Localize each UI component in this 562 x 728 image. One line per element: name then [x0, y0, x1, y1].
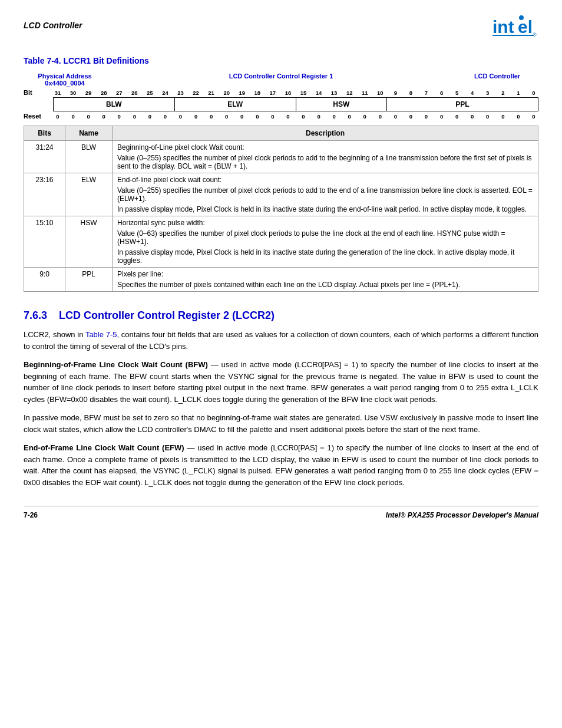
bit-label: Bit	[24, 89, 53, 96]
bits-elw: 23:16	[24, 173, 65, 216]
name-elw: ELW	[65, 173, 113, 216]
intel-logo: int el ®	[491, 12, 538, 38]
col-header-bits: Bits	[24, 126, 65, 141]
reset-row: Reset 0 0 0 0 0 0 0 0 0 0 0 0 0 0 0 0 0 …	[24, 113, 538, 120]
table-7-5-link[interactable]: Table 7-5	[85, 330, 117, 339]
table-row: 15:10 HSW Horizontal sync pulse width: V…	[24, 216, 538, 268]
table-title: Table 7-4. LCCR1 Bit Definitions	[24, 56, 538, 65]
page-footer: 7-26 Intel® PXA255 Processor Developer's…	[24, 506, 538, 519]
col-header-desc: Description	[113, 126, 538, 141]
desc-hsw-line1: Horizontal sync pulse width:	[117, 219, 533, 227]
reset-values: 0 0 0 0 0 0 0 0 0 0 0 0 0 0 0 0 0 0 0 0 …	[53, 113, 538, 120]
desc-elw-line1: End-of-line pixel clock wait count:	[117, 176, 533, 184]
field-groups-row: BLW ELW HSW PPL	[53, 97, 538, 111]
svg-text:el: el	[518, 17, 533, 37]
intel-logo-svg: int el ®	[491, 12, 538, 38]
reset-label: Reset	[24, 113, 53, 120]
header-title: LCD Controller	[24, 21, 82, 30]
desc-hsw: Horizontal sync pulse width: Value (0–63…	[113, 216, 538, 268]
phys-addr-header: Physical Address 0x4400_0004	[24, 73, 106, 87]
name-blw: BLW	[65, 141, 113, 173]
bit-numbers-row: Bit 31 30 29 28 27 26 25 24 23 22 21 20 …	[24, 89, 538, 96]
page-header: LCD Controller int el ®	[24, 12, 538, 38]
footer-manual-title: Intel® PXA255 Processor Developer's Manu…	[386, 511, 538, 519]
svg-text:int: int	[492, 17, 514, 37]
bits-hsw: 15:10	[24, 216, 65, 268]
bfw-bold: Beginning-of-Frame Line Clock Wait Count…	[24, 360, 208, 369]
bits-ppl: 9:0	[24, 268, 65, 292]
table-section: Table 7-4. LCCR1 Bit Definitions Physica…	[24, 56, 538, 292]
bits-blw: 31:24	[24, 141, 65, 173]
desc-hsw-line3: In passive display mode, Pixel Clock is …	[117, 248, 533, 265]
table-row: 23:16 ELW End-of-line pixel clock wait c…	[24, 173, 538, 216]
section-para-bfw: Beginning-of-Frame Line Clock Wait Count…	[24, 359, 538, 405]
field-elw: ELW	[175, 98, 296, 111]
field-blw: BLW	[54, 98, 175, 111]
bit-numbers: 31 30 29 28 27 26 25 24 23 22 21 20 19 1…	[53, 90, 538, 96]
col-header-name: Name	[65, 126, 113, 141]
section-para-passive: In passive mode, BFW must be set to zero…	[24, 412, 538, 435]
desc-blw-line2: Value (0–255) specifies the number of pi…	[117, 154, 533, 170]
section-763: 7.6.3 LCD Controller Control Register 2 …	[24, 309, 538, 488]
field-ppl: PPL	[387, 98, 538, 111]
table-row: 9:0 PPL Pixels per line: Specifies the n…	[24, 268, 538, 292]
desc-elw: End-of-line pixel clock wait count: Valu…	[113, 173, 538, 216]
section-para-1: LCCR2, shown in Table 7-5, contains four…	[24, 329, 538, 352]
desc-ppl-line2: Specifies the number of pixels contained…	[117, 281, 533, 289]
table-header-row: Bits Name Description	[24, 126, 538, 141]
name-hsw: HSW	[65, 216, 113, 268]
name-ppl: PPL	[65, 268, 113, 292]
desc-hsw-line2: Value (0–63) specifies the number of pix…	[117, 229, 533, 246]
desc-blw: Beginning-of-Line pixel clock Wait count…	[113, 141, 538, 173]
register-header: Physical Address 0x4400_0004 LCD Control…	[24, 73, 538, 87]
desc-ppl-line1: Pixels per line:	[117, 270, 533, 278]
desc-elw-line3: In passive display mode, Pixel Clock is …	[117, 205, 533, 213]
section-para-efw: End-of-Frame Line Clock Wait Count (EFW)…	[24, 442, 538, 488]
efw-bold: End-of-Frame Line Clock Wait Count (EFW)	[24, 443, 184, 452]
section-number: 7.6.3	[24, 309, 47, 321]
desc-blw-line1: Beginning-of-Line pixel clock Wait count…	[117, 143, 533, 151]
table-row: 31:24 BLW Beginning-of-Line pixel clock …	[24, 141, 538, 173]
svg-point-2	[519, 15, 524, 20]
section-title: LCD Controller Control Register 2 (LCCR2…	[59, 309, 275, 321]
ctrl-reg-header: LCD Controller Control Register 1	[106, 73, 456, 80]
field-hsw: HSW	[296, 98, 388, 111]
definition-table: Bits Name Description 31:24 BLW Beginnin…	[24, 126, 538, 292]
lcd-ctrl-header: LCD Controller	[456, 73, 538, 80]
section-heading: 7.6.3 LCD Controller Control Register 2 …	[24, 309, 538, 322]
footer-page-number: 7-26	[24, 511, 38, 519]
desc-ppl: Pixels per line: Specifies the number of…	[113, 268, 538, 292]
desc-elw-line2: Value (0–255) specifies the number of pi…	[117, 186, 533, 203]
